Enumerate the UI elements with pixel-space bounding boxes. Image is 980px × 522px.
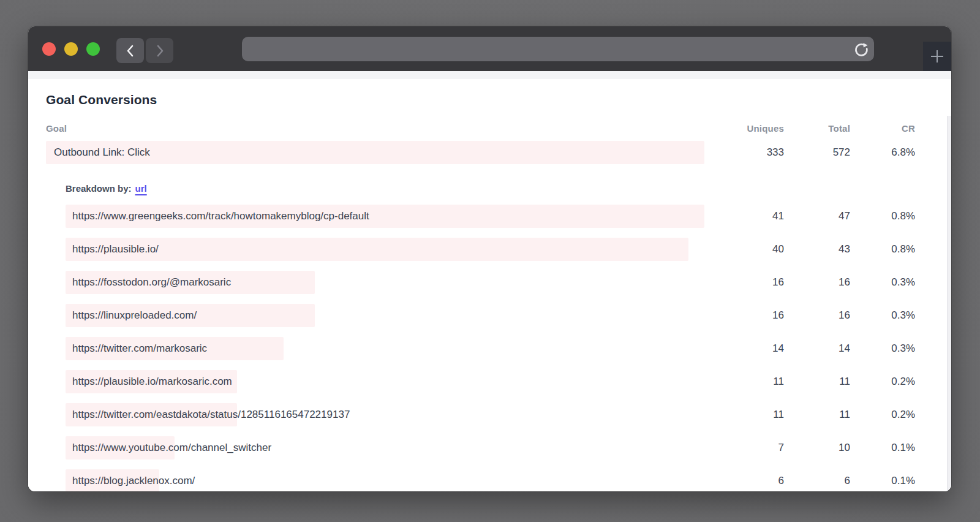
breakdown-bar[interactable]: https://twitter.com/eastdakota/status/12… <box>66 403 237 426</box>
goal-conversions-panel: Goal Conversions Goal Uniques Total CR O… <box>28 71 951 491</box>
total-value: 47 <box>784 210 850 222</box>
back-button[interactable] <box>116 38 144 63</box>
browser-window: Goal Conversions Goal Uniques Total CR O… <box>28 26 951 491</box>
breakdown-row: https://plausible.io/ 40 43 0.8% <box>28 238 951 261</box>
table-header-row: Goal Uniques Total CR <box>28 123 951 134</box>
cr-value: 0.1% <box>850 475 915 487</box>
total-value: 11 <box>784 409 850 421</box>
goal-label: Outbound Link: Click <box>54 146 150 159</box>
total-value: 11 <box>784 376 850 388</box>
breakdown-bar[interactable]: https://www.greengeeks.com/track/howtoma… <box>66 205 704 228</box>
breakdown-bar[interactable]: https://twitter.com/markosaric <box>66 337 284 360</box>
breakdown-bar[interactable]: https://blog.jacklenox.com/ <box>66 469 159 491</box>
cr-value: 0.3% <box>850 309 915 322</box>
breakdown-row: https://fosstodon.org/@markosaric 16 16 … <box>28 271 951 294</box>
breakdown-url-label: https://fosstodon.org/@markosaric <box>72 276 231 289</box>
plus-icon <box>929 48 945 64</box>
breakdown-url-label: https://www.youtube.com/channel_switcher <box>72 442 271 454</box>
breakdown-row: https://plausible.io/markosaric.com 11 1… <box>28 370 951 393</box>
total-value: 43 <box>784 243 850 255</box>
total-value: 16 <box>784 276 850 289</box>
breakdown-url-label: https://www.greengeeks.com/track/howtoma… <box>72 210 369 222</box>
breakdown-row: https://linuxpreloaded.com/ 16 16 0.3% <box>28 304 951 327</box>
uniques-value: 41 <box>717 210 784 222</box>
total-value: 6 <box>784 475 850 487</box>
uniques-value: 14 <box>717 342 784 355</box>
refresh-button[interactable] <box>853 40 870 58</box>
breakdown-key-link[interactable]: url <box>135 183 147 194</box>
page-title: Goal Conversions <box>46 92 951 108</box>
cr-value: 0.1% <box>850 442 915 454</box>
breakdown-row: https://twitter.com/markosaric 14 14 0.3… <box>28 337 951 360</box>
browser-toolbar <box>28 26 951 71</box>
breakdown-row: https://twitter.com/eastdakota/status/12… <box>28 403 951 426</box>
breakdown-row: https://blog.jacklenox.com/ 6 6 0.1% <box>28 469 951 491</box>
uniques-value: 11 <box>717 409 784 421</box>
uniques-value: 7 <box>717 442 784 454</box>
close-window-button[interactable] <box>42 42 56 56</box>
goal-bar[interactable]: Outbound Link: Click <box>46 141 704 164</box>
cr-column-header: CR <box>850 123 915 134</box>
breakdown-bar[interactable]: https://plausible.io/ <box>66 238 688 261</box>
total-value: 14 <box>784 342 850 355</box>
breakdown-bar[interactable]: https://plausible.io/markosaric.com <box>66 370 237 393</box>
goal-uniques-value: 333 <box>717 146 784 159</box>
breakdown-url-label: https://twitter.com/markosaric <box>72 342 207 355</box>
breakdown-row: https://www.youtube.com/channel_switcher… <box>28 436 951 460</box>
uniques-value: 6 <box>717 475 784 487</box>
breakdown-bar[interactable]: https://linuxpreloaded.com/ <box>66 304 315 327</box>
goal-column-header: Goal <box>46 123 717 134</box>
cr-value: 0.3% <box>850 276 915 289</box>
breakdown-url-label: https://linuxpreloaded.com/ <box>72 309 197 322</box>
breakdown-bar[interactable]: https://fosstodon.org/@markosaric <box>66 271 315 294</box>
goal-cr-value: 6.8% <box>850 146 915 159</box>
breakdown-rows: https://www.greengeeks.com/track/howtoma… <box>28 205 951 491</box>
chevron-right-icon <box>154 44 166 58</box>
uniques-value: 16 <box>717 309 784 322</box>
breakdown-url-label: https://blog.jacklenox.com/ <box>72 475 195 487</box>
uniques-value: 11 <box>717 376 784 388</box>
breakdown-url-label: https://plausible.io/markosaric.com <box>72 376 232 388</box>
window-controls <box>42 26 100 71</box>
scrollbar-track[interactable] <box>947 116 951 491</box>
uniques-value: 40 <box>717 243 784 255</box>
uniques-column-header: Uniques <box>717 123 784 134</box>
total-value: 16 <box>784 309 850 322</box>
chevron-left-icon <box>124 44 137 58</box>
uniques-value: 16 <box>717 276 784 289</box>
breakdown-url-label: https://twitter.com/eastdakota/status/12… <box>72 409 350 421</box>
goal-row: Outbound Link: Click 333 572 6.8% <box>28 141 951 164</box>
cr-value: 0.8% <box>850 210 915 222</box>
new-tab-button[interactable] <box>923 42 951 71</box>
zoom-window-button[interactable] <box>86 42 100 56</box>
cr-value: 0.8% <box>850 243 915 255</box>
refresh-icon <box>853 41 870 58</box>
total-column-header: Total <box>784 123 850 134</box>
breakdown-row: https://www.greengeeks.com/track/howtoma… <box>28 205 951 228</box>
breakdown-by-row: Breakdown by:url <box>66 183 951 194</box>
screenshot-background: Goal Conversions Goal Uniques Total CR O… <box>0 0 980 522</box>
page-top-band <box>28 71 951 79</box>
minimize-window-button[interactable] <box>64 42 78 56</box>
cr-value: 0.2% <box>850 409 915 421</box>
total-value: 10 <box>784 442 850 454</box>
cr-value: 0.3% <box>850 342 915 355</box>
breakdown-url-label: https://plausible.io/ <box>72 243 159 255</box>
goal-total-value: 572 <box>784 146 850 159</box>
address-bar[interactable] <box>242 37 874 61</box>
cr-value: 0.2% <box>850 376 915 388</box>
breakdown-bar[interactable]: https://www.youtube.com/channel_switcher <box>66 436 175 460</box>
forward-button[interactable] <box>146 38 173 63</box>
breakdown-by-label: Breakdown by: <box>66 183 132 194</box>
